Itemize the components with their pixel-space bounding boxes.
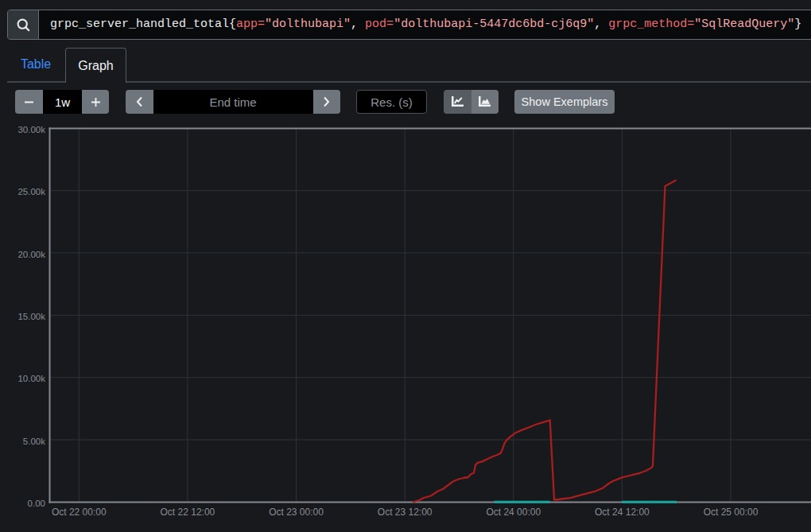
svg-text:10.00k: 10.00k <box>17 374 45 383</box>
svg-text:Oct 23 00:00: Oct 23 00:00 <box>269 507 324 518</box>
svg-text:20.00k: 20.00k <box>17 250 45 259</box>
svg-text:Oct 23 12:00: Oct 23 12:00 <box>378 507 433 518</box>
svg-text:Oct 22 12:00: Oct 22 12:00 <box>161 507 215 518</box>
svg-text:5.00k: 5.00k <box>23 437 45 446</box>
svg-text:0.00: 0.00 <box>28 499 45 508</box>
svg-text:Oct 22 00:00: Oct 22 00:00 <box>52 507 107 518</box>
svg-text:Oct 24 00:00: Oct 24 00:00 <box>486 507 541 518</box>
svg-text:Oct 25 00:00: Oct 25 00:00 <box>704 507 759 518</box>
svg-text:25.00k: 25.00k <box>17 187 45 196</box>
svg-text:30.00k: 30.00k <box>17 125 45 134</box>
svg-text:Oct 24 12:00: Oct 24 12:00 <box>595 507 650 518</box>
svg-text:15.00k: 15.00k <box>17 312 45 321</box>
